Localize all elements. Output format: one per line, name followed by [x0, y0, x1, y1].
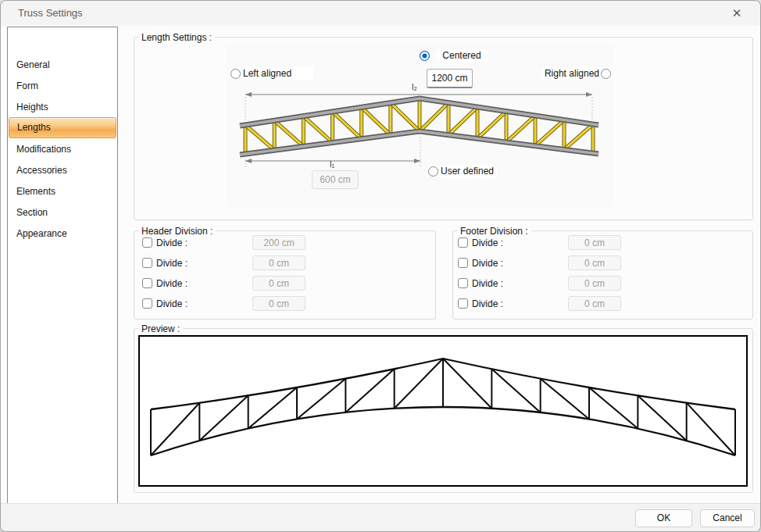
- divide-checkbox[interactable]: [142, 237, 152, 248]
- close-button[interactable]: ✕: [720, 1, 754, 26]
- close-icon: ✕: [732, 6, 742, 20]
- half-length-input[interactable]: [312, 170, 359, 189]
- header-divide-row: Divide :: [140, 275, 431, 292]
- header-divide-row: Divide :: [140, 255, 431, 272]
- divide-checkbox[interactable]: [458, 298, 468, 309]
- divide-checkbox[interactable]: [142, 258, 152, 268]
- header-divide-row: Divide :: [140, 295, 431, 312]
- preview-legend: Preview :: [138, 323, 183, 334]
- footer-bar: OK Cancel: [1, 503, 760, 531]
- radio-right-aligned-label[interactable]: Right aligned: [541, 67, 601, 80]
- radio-centered[interactable]: [420, 51, 430, 61]
- divide-label[interactable]: Divide :: [156, 275, 188, 292]
- truss-settings-dialog: Truss Settings ✕ General Form Heights Le…: [0, 0, 761, 532]
- total-length-input[interactable]: [427, 69, 473, 88]
- length-settings-legend: Length Settings :: [138, 32, 215, 43]
- dim-label-l2: l₂: [412, 82, 417, 91]
- divide-length-input[interactable]: [252, 235, 305, 250]
- footer-divide-row: Divide :: [457, 275, 748, 292]
- sidebar-item-general[interactable]: General: [9, 55, 116, 76]
- header-divide-row: Divide :: [140, 234, 431, 252]
- sidebar-item-section[interactable]: Section: [9, 202, 116, 223]
- settings-category-list: General Form Heights Lengths Modificatio…: [7, 27, 118, 505]
- divide-checkbox[interactable]: [458, 278, 468, 288]
- divide-label[interactable]: Divide :: [472, 255, 503, 272]
- radio-user-defined-label[interactable]: User defined: [439, 165, 497, 178]
- divide-length-input[interactable]: [252, 296, 305, 311]
- sidebar-item-accessories[interactable]: Accessories: [9, 160, 116, 181]
- ok-button[interactable]: OK: [635, 509, 692, 527]
- preview-canvas: [138, 335, 748, 487]
- divide-label[interactable]: Divide :: [472, 295, 503, 312]
- divide-label[interactable]: Divide :: [156, 234, 188, 252]
- sidebar-item-lengths[interactable]: Lengths: [9, 117, 116, 138]
- divide-length-input[interactable]: [568, 255, 621, 270]
- divide-length-input[interactable]: [568, 235, 621, 250]
- divide-label[interactable]: Divide :: [156, 295, 188, 312]
- sidebar-item-appearance[interactable]: Appearance: [9, 223, 116, 245]
- window-title: Truss Settings: [18, 7, 83, 19]
- divide-length-input[interactable]: [568, 296, 621, 311]
- divide-label[interactable]: Divide :: [472, 275, 503, 292]
- radio-right-aligned[interactable]: [601, 69, 611, 79]
- radio-left-aligned[interactable]: [230, 69, 241, 79]
- divide-checkbox[interactable]: [458, 258, 468, 268]
- cancel-button[interactable]: Cancel: [700, 509, 755, 527]
- radio-user-defined[interactable]: [428, 166, 438, 177]
- sidebar-item-modifications[interactable]: Modifications: [9, 139, 116, 160]
- footer-divide-row: Divide :: [457, 234, 748, 252]
- divide-label[interactable]: Divide :: [156, 255, 188, 272]
- sidebar-item-elements[interactable]: Elements: [9, 181, 116, 202]
- divide-checkbox[interactable]: [458, 237, 468, 248]
- divide-label[interactable]: Divide :: [472, 234, 503, 252]
- divide-length-input[interactable]: [252, 255, 305, 270]
- footer-divide-row: Divide :: [457, 255, 748, 272]
- radio-centered-label[interactable]: Centered: [436, 49, 488, 62]
- footer-divide-row: Divide :: [457, 295, 748, 312]
- radio-left-aligned-label[interactable]: Left aligned: [241, 67, 313, 80]
- preview-truss-drawing: [140, 337, 746, 485]
- sidebar-item-heights[interactable]: Heights: [9, 97, 116, 118]
- dim-label-l1: l₁: [330, 159, 334, 169]
- title-bar: Truss Settings ✕: [1, 1, 760, 26]
- divide-length-input[interactable]: [568, 276, 621, 291]
- divide-length-input[interactable]: [252, 276, 305, 291]
- divide-checkbox[interactable]: [142, 298, 152, 309]
- sidebar-item-form[interactable]: Form: [9, 76, 116, 97]
- divide-checkbox[interactable]: [142, 278, 152, 288]
